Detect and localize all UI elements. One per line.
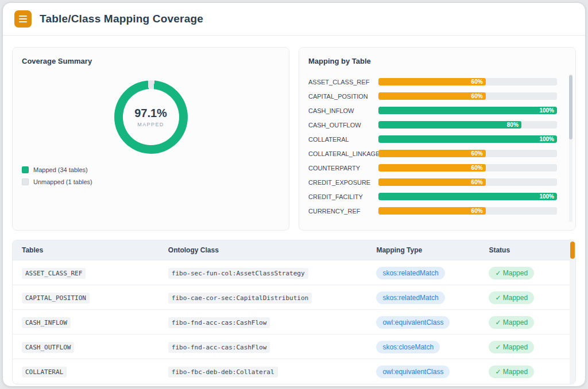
page-header: Table/Class Mapping Coverage [3, 3, 585, 36]
bar-percent-label: 60% [471, 164, 486, 172]
bar-fill: 60% [378, 150, 486, 157]
page-title: Table/Class Mapping Coverage [40, 13, 203, 25]
bar-track: 60% [378, 78, 557, 85]
legend-label: Mapped (34 tables) [33, 166, 88, 173]
bar-table-label: CREDIT_FACILITY [308, 193, 378, 200]
ontology-class-chip: fibo-sec-fun-col:AssetClassStrategy [168, 268, 308, 279]
mapping-type-badge: skos:relatedMatch [376, 267, 444, 279]
table-scrollbar-track[interactable] [570, 240, 575, 384]
bar-track: 60% [378, 92, 557, 100]
bar-percent-label: 60% [471, 178, 486, 186]
bar-table-label: CREDIT_EXPOSURE [308, 179, 378, 186]
bar-fill: 60% [378, 92, 486, 100]
bar-fill: 80% [378, 121, 521, 129]
bar-track: 60% [378, 150, 557, 157]
donut-legend: Mapped (34 tables) Unmapped (1 tables) [22, 166, 280, 185]
ontology-class-chip: fibo-cae-cor-sec:CapitalDistribution [168, 293, 312, 304]
bar-percent-label: 60% [471, 78, 486, 85]
bar-row: CREDIT_FACILITY100% [308, 189, 557, 204]
donut-chart: 97.1% MAPPED [22, 80, 280, 154]
bar-track: 60% [378, 164, 557, 172]
legend-item-mapped: Mapped (34 tables) [22, 166, 280, 173]
column-header-mapping-type: Mapping Type [367, 240, 479, 260]
bar-track: 80% [378, 121, 557, 129]
mapping-by-table-title: Mapping by Table [308, 57, 566, 65]
mapping-table-body: ASSET_CLASS_REFfibo-sec-fun-col:AssetCla… [13, 260, 575, 384]
bar-row: CREDIT_EXPOSURE60% [308, 175, 557, 189]
legend-item-unmapped: Unmapped (1 tables) [22, 178, 280, 185]
app-window: Table/Class Mapping Coverage Coverage Su… [2, 2, 586, 387]
panel-scrollbar-track[interactable] [569, 74, 572, 222]
bar-table-label: CAPITAL_POSITION [308, 93, 378, 100]
bar-fill: 60% [378, 78, 486, 85]
table-row: CASH_INFLOWfibo-fnd-acc-cas:CashFlowowl:… [13, 310, 575, 334]
coverage-summary-card: Coverage Summary 97.1% MAPPED Mapped (34… [12, 47, 289, 231]
bar-track: 100% [378, 193, 557, 200]
bar-fill: 100% [378, 107, 557, 114]
table-row: ASSET_CLASS_REFfibo-sec-fun-col:AssetCla… [13, 260, 575, 285]
bar-track: 60% [378, 178, 557, 186]
bar-percent-label: 100% [539, 135, 557, 143]
bar-table-label: CURRENCY_REF [308, 208, 378, 215]
mapping-by-table-card: Mapping by Table ASSET_CLASS_REF60%CAPIT… [299, 47, 576, 231]
hamburger-icon [19, 18, 27, 20]
bar-fill: 60% [378, 164, 486, 172]
coverage-percent-label: MAPPED [137, 122, 164, 127]
table-name-chip: ASSET_CLASS_REF [22, 268, 86, 279]
main-content: Coverage Summary 97.1% MAPPED Mapped (34… [3, 36, 585, 384]
bar-row: COLLATERAL_LINKAGE60% [308, 146, 557, 161]
status-badge: ✓ Mapped [489, 267, 534, 279]
table-name-chip: CAPITAL_POSITION [22, 293, 90, 304]
mapping-table-card: Tables Ontology Class Mapping Type Statu… [12, 240, 576, 384]
header-row: Tables Ontology Class Mapping Type Statu… [13, 240, 575, 260]
bar-percent-label: 60% [471, 92, 486, 100]
table-name-chip: CASH_INFLOW [22, 317, 71, 328]
ontology-class-chip: fibo-fbc-deb-deb:Collateral [168, 367, 278, 378]
coverage-summary-title: Coverage Summary [22, 57, 280, 65]
bar-list: ASSET_CLASS_REF60%CAPITAL_POSITION60%CAS… [308, 75, 566, 218]
bar-track: 100% [378, 107, 557, 114]
mapping-type-badge: owl:equivalentClass [376, 365, 450, 378]
bar-fill: 60% [378, 178, 486, 186]
bar-row: CASH_INFLOW100% [308, 103, 557, 118]
bar-table-label: ASSET_CLASS_REF [308, 79, 378, 85]
mapping-table-header: Tables Ontology Class Mapping Type Statu… [13, 240, 575, 260]
status-badge: ✓ Mapped [489, 341, 534, 353]
bar-track: 60% [378, 207, 557, 215]
bar-row: CASH_OUTFLOW80% [308, 118, 557, 132]
bar-table-label: COUNTERPARTY [308, 165, 378, 172]
bar-fill: 60% [378, 207, 486, 215]
menu-button[interactable] [14, 10, 32, 28]
hamburger-icon [19, 15, 27, 17]
status-badge: ✓ Mapped [489, 316, 534, 329]
bar-row: ASSET_CLASS_REF60% [308, 75, 557, 89]
coverage-donut-ring: 97.1% MAPPED [114, 80, 188, 154]
column-header-ontology-class: Ontology Class [159, 240, 368, 260]
column-header-tables: Tables [13, 240, 159, 260]
bar-fill: 100% [378, 135, 557, 143]
bar-track: 100% [378, 135, 557, 143]
bar-row: COLLATERAL100% [308, 132, 557, 146]
bar-row: CURRENCY_REF60% [308, 204, 557, 218]
bar-table-label: CASH_INFLOW [308, 107, 378, 114]
summary-panels: Coverage Summary 97.1% MAPPED Mapped (34… [12, 47, 576, 231]
hamburger-icon [19, 21, 27, 22]
bar-percent-label: 60% [471, 150, 486, 157]
bar-row: CAPITAL_POSITION60% [308, 89, 557, 103]
panel-scrollbar-thumb[interactable] [569, 75, 572, 139]
bar-row: COUNTERPARTY60% [308, 161, 557, 175]
mapping-type-badge: skos:closeMatch [376, 341, 440, 353]
bar-table-label: COLLATERAL_LINKAGE [308, 150, 378, 157]
bar-percent-label: 100% [539, 107, 557, 114]
ontology-class-chip: fibo-fnd-acc-cas:CashFlow [168, 342, 270, 353]
ontology-class-chip: fibo-fnd-acc-cas:CashFlow [168, 317, 270, 328]
table-row: CASH_OUTFLOWfibo-fnd-acc-cas:CashFlowsko… [13, 334, 575, 359]
table-row: CAPITAL_POSITIONfibo-cae-cor-sec:Capital… [13, 285, 575, 310]
mapping-type-badge: skos:relatedMatch [376, 291, 444, 304]
legend-swatch [22, 178, 29, 185]
table-scrollbar-thumb[interactable] [570, 242, 575, 259]
bar-percent-label: 60% [471, 207, 486, 215]
legend-label: Unmapped (1 tables) [33, 178, 92, 185]
status-badge: ✓ Mapped [489, 291, 534, 304]
column-header-status: Status [479, 240, 575, 260]
